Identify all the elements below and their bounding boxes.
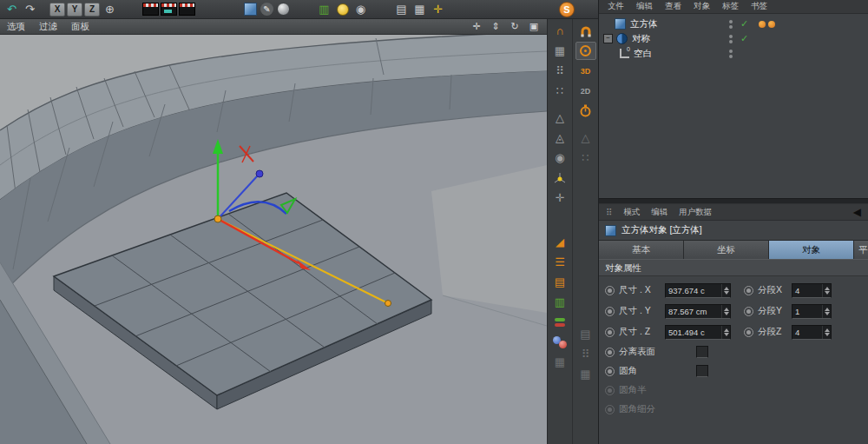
quantize-tool-icon[interactable]: △ (575, 129, 596, 147)
enabled-check-icon[interactable]: ✓ (740, 33, 748, 44)
pan-view-icon[interactable]: ✛ (470, 21, 483, 32)
keyframe-dot-icon[interactable] (605, 286, 615, 295)
workplane-axis-icon[interactable]: ✛ (430, 2, 446, 17)
render-settings-button[interactable] (179, 3, 195, 16)
fillet-checkbox[interactable] (696, 365, 708, 377)
tab-object[interactable]: 对象 (769, 241, 854, 259)
stepper-control[interactable] (822, 305, 831, 318)
coordinate-system-icon[interactable]: ⊕ (102, 2, 118, 17)
tag-icon[interactable] (768, 21, 775, 28)
tab-coordinates[interactable]: 坐标 (684, 241, 769, 259)
render-view-button[interactable] (142, 3, 159, 16)
object-label[interactable]: 对称 (632, 33, 650, 45)
tag-icon[interactable] (759, 21, 766, 28)
viewport-menu-filter[interactable]: 过滤 (39, 21, 57, 33)
seg-x-field[interactable]: 4 (792, 283, 832, 298)
stepper-control[interactable] (721, 305, 730, 318)
axis-center-tool-icon[interactable] (549, 169, 570, 187)
am-menu-userdata[interactable]: 用户数据 (679, 207, 712, 218)
grid-toggle-icon[interactable]: ▦ (411, 2, 428, 17)
add-primitive-cube-button[interactable] (242, 2, 259, 17)
keyframe-dot-icon[interactable] (744, 286, 753, 295)
object-manager[interactable]: 立方体 ✓ − 对称 ✓ 0 空白 (599, 14, 868, 198)
enabled-check-icon[interactable]: ✓ (740, 18, 748, 30)
snap-3d-toggle[interactable]: 3D (575, 62, 596, 80)
keyframe-dot-icon[interactable] (744, 328, 753, 337)
keyframe-dot-icon[interactable] (744, 307, 753, 316)
misc-tool-b-icon[interactable]: ⠿ (575, 345, 596, 363)
tab-basic[interactable]: 基本 (599, 241, 684, 259)
gizmo-origin[interactable] (214, 215, 221, 222)
rotate-view-icon[interactable]: ↻ (509, 21, 521, 32)
misc-tool-a-icon[interactable]: ▤ (575, 325, 596, 343)
om-menu-object[interactable]: 对象 (694, 1, 710, 12)
stepper-control[interactable] (721, 326, 730, 339)
selected-vertex[interactable] (385, 301, 391, 307)
triangle-tool-icon[interactable]: △ (549, 109, 570, 127)
bricks-tool-icon[interactable]: ☰ (549, 253, 570, 271)
size-y-field[interactable]: 87.567 cm (665, 304, 731, 319)
keyframe-dot-icon[interactable] (605, 367, 615, 376)
move-axis-tool-icon[interactable]: ✛ (549, 189, 570, 207)
axis-z-knob[interactable] (256, 170, 263, 177)
panel-splitter[interactable] (599, 198, 868, 204)
am-menu-mode[interactable]: 模式 (623, 207, 640, 218)
lock-x-axis-button[interactable]: X (49, 3, 65, 17)
point-grid-small-tool-icon[interactable]: ∷ (549, 82, 570, 100)
stepper-control[interactable] (822, 284, 831, 297)
grid-small-tool-icon[interactable]: ▦ (549, 353, 570, 371)
collapse-toggle-icon[interactable]: − (603, 34, 613, 43)
magnet-tool-icon[interactable] (575, 22, 596, 40)
snap-settings-tool-icon[interactable] (575, 42, 596, 60)
material-sphere-icon[interactable] (275, 2, 292, 17)
blocks-tool-icon[interactable]: ▥ (549, 293, 570, 311)
sphere-points-tool-icon[interactable]: ◉ (549, 149, 570, 167)
viewport-menu-options[interactable]: 选项 (7, 21, 25, 33)
generator-blocks-icon[interactable]: ▥ (316, 2, 332, 17)
wall-tool-icon[interactable]: ▤ (549, 273, 570, 291)
viewport-menu-panel[interactable]: 面板 (71, 21, 89, 33)
size-x-field[interactable]: 937.674 c (665, 283, 731, 298)
ramp-tool-icon[interactable]: ◢ (549, 233, 570, 251)
om-menu-edit[interactable]: 编辑 (636, 1, 653, 12)
render-picture-viewer-button[interactable] (161, 3, 177, 16)
om-menu-tag[interactable]: 标签 (722, 1, 739, 12)
lock-y-axis-button[interactable]: Y (67, 3, 82, 17)
stepper-control[interactable] (721, 284, 730, 297)
om-menu-view[interactable]: 查看 (665, 1, 681, 12)
object-row-symmetry[interactable]: − 对称 ✓ (599, 31, 868, 46)
undo-icon[interactable]: ↶ (3, 2, 20, 17)
keyframe-dot-icon[interactable] (605, 348, 615, 357)
stepper-control[interactable] (822, 326, 831, 339)
seg-y-field[interactable]: 1 (792, 304, 832, 319)
auto-keying-tool-icon[interactable] (575, 102, 596, 120)
object-label[interactable]: 空白 (634, 48, 652, 60)
redo-icon[interactable]: ↷ (22, 2, 38, 17)
object-row-cube[interactable]: 立方体 ✓ (599, 17, 868, 31)
seg-z-field[interactable]: 4 (792, 325, 832, 340)
spline-pen-icon[interactable]: ✎ (260, 3, 273, 16)
maximize-view-icon[interactable]: ▣ (528, 21, 540, 32)
om-menu-file[interactable]: 文件 (608, 1, 624, 12)
pills-tool-icon[interactable] (549, 313, 570, 331)
triangle-points-tool-icon[interactable]: ◬ (549, 129, 570, 147)
camera-icon[interactable]: ◉ (352, 2, 369, 17)
object-label[interactable]: 立方体 (630, 18, 658, 30)
object-row-null[interactable]: 0 空白 (599, 46, 868, 61)
am-menu-edit[interactable]: 编辑 (651, 207, 667, 218)
arch-tool-icon[interactable]: ∩ (549, 22, 570, 40)
spheres-tool-icon[interactable] (549, 333, 570, 351)
separate-surfaces-checkbox[interactable] (696, 346, 708, 358)
size-z-field[interactable]: 501.494 c (665, 325, 731, 340)
lattice-tool-icon[interactable]: ▦ (549, 42, 570, 60)
keyframe-dot-icon[interactable] (605, 328, 615, 337)
om-menu-bookmark[interactable]: 书签 (751, 1, 767, 12)
visibility-dots[interactable] (729, 50, 733, 58)
collapse-panel-icon[interactable]: ◀ (853, 206, 861, 218)
visibility-dots[interactable] (729, 20, 733, 29)
workplane-snap-tool-icon[interactable]: ∷ (575, 149, 596, 167)
misc-tool-c-icon[interactable]: ▦ (575, 365, 596, 383)
snap-2d-toggle[interactable]: 2D (575, 82, 596, 100)
display-mode-icon[interactable]: ▤ (393, 2, 410, 17)
visibility-dots[interactable] (729, 35, 733, 43)
